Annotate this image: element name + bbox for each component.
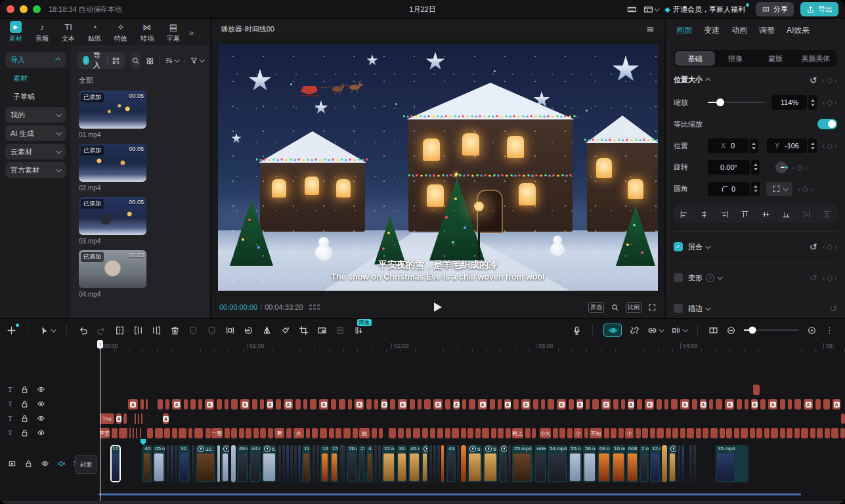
subtitle-clip[interactable] [225,399,228,410]
subtitle-clip[interactable] [129,428,131,438]
subtitle-clip[interactable] [418,399,422,410]
media-item[interactable]: 已添加00:0502.mp4 [79,144,202,192]
subtitle-clip[interactable] [831,428,838,438]
subtitle-clip[interactable] [437,428,443,438]
stroke-section[interactable]: 描边 [688,304,710,314]
subtitle-clip[interactable] [190,399,196,410]
subtitle-clip[interactable] [239,428,244,438]
undo-icon[interactable] [78,326,88,335]
align-top-icon[interactable] [741,210,749,219]
crop-icon[interactable] [299,326,309,335]
subtitle-clip[interactable] [771,428,778,438]
nav-item-云素材[interactable]: 云素材 [5,144,66,159]
subtitle-clip[interactable] [147,428,153,438]
video-clip[interactable]: 35.mp4 [716,445,748,482]
subtitle-clip[interactable] [253,428,259,438]
video-clip[interactable]: 46.n [408,445,420,482]
subtitle-clip[interactable] [657,399,662,410]
subtitle-clip[interactable]: A [521,399,531,410]
video-clip[interactable] [433,445,436,482]
tab-文本[interactable]: TI文本 [55,21,81,43]
video-clip[interactable]: 49.n [237,445,248,482]
scale-stepper[interactable] [808,95,817,110]
subtitle-clip[interactable] [756,428,762,438]
subtitle-clip[interactable] [760,399,766,410]
reset-blend-icon[interactable]: ↺ [810,242,817,252]
warp-keyframe[interactable]: ‹◇› [822,273,837,282]
video-clip[interactable]: 26.n [347,445,357,482]
subtitle-clip[interactable] [592,399,599,410]
video-clip[interactable]: 55.n [569,445,582,482]
subtitle-clip[interactable] [140,428,141,438]
subtitle-clip[interactable] [462,399,466,410]
qr-import-icon[interactable] [112,56,120,65]
reverse-icon[interactable] [244,326,253,335]
subtitle-clip[interactable] [390,399,395,410]
subtitle-clip[interactable] [498,428,504,438]
subtitle-clip[interactable] [303,399,307,410]
subtitle-clip[interactable] [306,428,310,438]
video-clip[interactable] [437,445,440,482]
warp-checkbox[interactable]: ✓ [674,273,683,282]
subtitle-clip[interactable]: 平安 [100,428,110,438]
reset-position-size-icon[interactable]: ↺ [810,75,817,85]
video-clip[interactable] [461,445,466,482]
warp-section[interactable]: 变形? [688,273,722,283]
filter-icon[interactable] [190,56,204,65]
subtitle-clip[interactable] [136,428,137,438]
rotate-value-field[interactable]: 0.00° [708,160,750,175]
video-clip[interactable] [378,445,381,482]
subtitle-clip[interactable] [703,428,708,438]
layout-switch-icon[interactable] [643,5,659,14]
subtitle-clip[interactable]: A [116,413,121,424]
video-clip[interactable]: 16 [320,445,329,482]
timeline-marker[interactable] [141,439,146,445]
video-clip[interactable]: 40. [142,445,152,482]
subtitle-clip[interactable] [141,399,144,410]
video-clip-selected[interactable]: 12 [110,445,121,482]
freeze-frame-icon[interactable] [188,326,198,335]
video-clip[interactable] [339,445,345,482]
video-clip[interactable] [298,445,301,482]
export-button[interactable]: 导出 [800,2,838,16]
subtitle-clip[interactable] [194,428,203,438]
subtitle-clip[interactable] [260,428,266,438]
inspector-tab-画面[interactable]: 画面 [676,25,692,36]
subtitle-clip[interactable]: A [576,399,583,410]
frame-grid-icon[interactable] [309,304,320,310]
video-clip[interactable]: 5 [467,445,482,482]
snap-toggle-icon[interactable] [603,324,622,337]
shortcut-keys-icon[interactable] [627,5,637,14]
subtitle-clip[interactable] [525,428,531,438]
nav-item-官方素材[interactable]: 官方素材 [5,162,66,178]
video-clip[interactable] [316,445,319,482]
distribute-horizontal-icon[interactable] [802,210,811,219]
subtitle-clip[interactable]: 小火 [540,428,551,438]
subtitle-clip[interactable]: A [172,399,181,410]
subtitle-clip[interactable]: A [833,399,840,410]
subtitle-clip[interactable] [764,428,769,438]
subtitle-clip[interactable] [198,399,202,410]
flip-icon[interactable] [262,326,272,335]
subtitle-clip[interactable]: A [381,399,387,410]
media-item[interactable]: 已添加00:0503.mp4 [79,197,202,245]
subtitle-clip[interactable] [734,428,739,438]
record-audio-icon[interactable] [572,326,582,335]
delete-icon[interactable] [170,326,180,335]
subtitle-clip[interactable] [312,428,318,438]
subtitle-clip[interactable] [513,399,519,410]
subtitle-clip[interactable]: A [284,399,293,410]
subtitle-clip[interactable] [172,428,177,438]
subtitle-clip[interactable] [452,428,459,438]
track-mode-icon[interactable] [671,326,687,335]
subtitle-clip[interactable] [469,399,475,410]
player-menu-icon[interactable] [645,24,655,34]
subtitle-clip[interactable] [331,399,336,410]
sort-icon[interactable] [165,56,179,65]
video-clip[interactable]: 32. [179,445,190,482]
subtitle-clip[interactable]: 她 [359,428,370,438]
video-clip[interactable]: 44.n [249,445,261,482]
zoom-window-button[interactable] [33,5,41,13]
video-clip[interactable]: 0d8 [626,445,638,482]
subtitle-clip[interactable] [353,428,358,438]
